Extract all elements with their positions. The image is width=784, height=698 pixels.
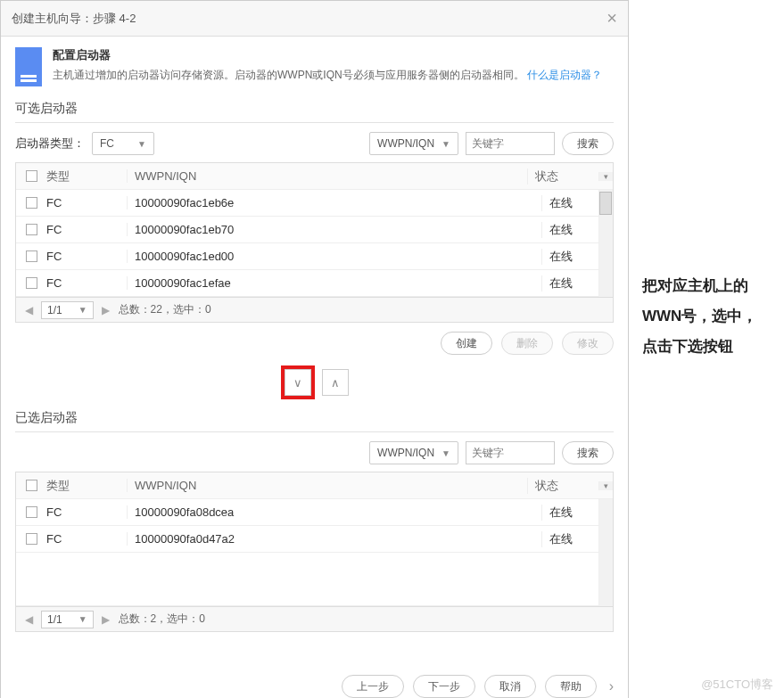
selected-filter-row: WWPN/IQN ▼ 搜索 xyxy=(15,441,614,464)
chevron-down-icon: ▼ xyxy=(137,139,146,149)
page-select[interactable]: 1/1▼ xyxy=(41,611,94,628)
annotation-text: 把对应主机上的 WWN号，选中， 点击下选按钮 xyxy=(642,271,776,362)
table-header: 类型 WWPN/IQN 状态 ▾ xyxy=(16,472,613,499)
chevron-down-icon: ▼ xyxy=(442,139,450,149)
selected-table: 类型 WWPN/IQN 状态 ▾ FC10000090fa08dcea在线 FC… xyxy=(15,472,614,632)
column-settings-icon[interactable]: ▾ xyxy=(598,172,613,181)
search-field-select[interactable]: WWPN/IQN ▼ xyxy=(369,441,458,464)
table-row[interactable]: FC10000090fa0d47a2在线 xyxy=(16,526,613,553)
initiator-type-select[interactable]: FC ▼ xyxy=(92,132,154,155)
available-pager: ◀ 1/1▼ ▶ 总数：22，选中：0 xyxy=(16,297,613,322)
col-status[interactable]: 状态 xyxy=(527,168,598,185)
scrollbar[interactable] xyxy=(598,499,613,606)
search-input[interactable] xyxy=(466,132,555,155)
available-filter-row: 启动器类型： FC ▼ WWPN/IQN ▼ 搜索 xyxy=(15,132,614,155)
wizard-footer: 上一步 下一步 取消 帮助 › xyxy=(1,664,628,698)
table-header: 类型 WWPN/IQN 状态 ▾ xyxy=(16,163,613,190)
pager-total: 总数：2，选中：0 xyxy=(119,612,205,627)
modify-button[interactable]: 修改 xyxy=(562,332,614,355)
divider xyxy=(15,122,614,123)
select-all-checkbox[interactable] xyxy=(26,170,37,182)
row-checkbox[interactable] xyxy=(26,506,37,518)
row-checkbox[interactable] xyxy=(26,277,37,289)
wizard-dialog: 创建主机向导：步骤 4-2 × 配置启动器 主机通过增加的启动器访问存储资源。启… xyxy=(0,0,629,698)
col-status[interactable]: 状态 xyxy=(527,478,598,494)
move-down-button[interactable]: ∨ xyxy=(285,369,311,396)
table-row[interactable]: FC10000090fac1eb70在线 xyxy=(16,217,613,243)
chevron-right-icon[interactable]: › xyxy=(609,678,614,694)
initiator-type-label: 启动器类型： xyxy=(15,135,85,152)
chevron-down-icon: ▼ xyxy=(78,305,87,315)
row-checkbox[interactable] xyxy=(26,533,37,545)
chevron-up-icon: ∧ xyxy=(331,376,340,390)
initiator-type-value: FC xyxy=(100,137,114,150)
table-row[interactable]: FC10000090fa08dcea在线 xyxy=(16,499,613,526)
next-page-icon[interactable]: ▶ xyxy=(99,304,113,316)
table-row[interactable]: FC10000090fac1eb6e在线 xyxy=(16,190,613,217)
col-type[interactable]: 类型 xyxy=(46,478,127,494)
select-all-checkbox[interactable] xyxy=(26,480,37,491)
next-page-icon[interactable]: ▶ xyxy=(99,613,113,626)
selected-table-body: FC10000090fa08dcea在线 FC10000090fa0d47a2在… xyxy=(16,499,613,606)
col-wwpn[interactable]: WWPN/IQN xyxy=(127,479,527,492)
search-button[interactable]: 搜索 xyxy=(562,132,614,155)
row-checkbox[interactable] xyxy=(26,197,37,209)
prev-page-icon[interactable]: ◀ xyxy=(21,304,36,316)
available-table: 类型 WWPN/IQN 状态 ▾ FC10000090fac1eb6e在线 FC… xyxy=(15,162,614,323)
move-buttons: ∨ ∧ xyxy=(15,365,614,399)
available-actions: 创建 删除 修改 xyxy=(15,332,614,355)
row-checkbox[interactable] xyxy=(26,224,37,235)
dialog-titlebar: 创建主机向导：步骤 4-2 × xyxy=(1,1,628,37)
close-icon[interactable]: × xyxy=(607,8,617,29)
next-button[interactable]: 下一步 xyxy=(413,675,475,698)
search-input[interactable] xyxy=(466,441,555,464)
available-table-body: FC10000090fac1eb6e在线 FC10000090fac1eb70在… xyxy=(16,190,613,297)
dialog-title: 创建主机向导：步骤 4-2 xyxy=(12,11,136,27)
move-up-button[interactable]: ∧ xyxy=(322,369,349,396)
selected-section-title: 已选启动器 xyxy=(15,410,614,426)
server-icon xyxy=(15,47,42,86)
page-select[interactable]: 1/1▼ xyxy=(41,301,94,319)
watermark: @51CTO博客 xyxy=(701,677,773,693)
highlight-annotation: ∨ xyxy=(281,365,315,399)
column-settings-icon[interactable]: ▾ xyxy=(598,481,613,490)
table-row[interactable]: FC10000090fac1efae在线 xyxy=(16,270,613,297)
whatis-link[interactable]: 什么是启动器？ xyxy=(527,69,602,81)
header-title: 配置启动器 xyxy=(53,47,602,63)
search-field-value: WWPN/IQN xyxy=(377,137,434,150)
table-row[interactable]: FC10000090fac1ed00在线 xyxy=(16,243,613,270)
pager-total: 总数：22，选中：0 xyxy=(119,302,211,317)
chevron-down-icon: ▼ xyxy=(78,614,87,624)
divider xyxy=(15,431,614,432)
header-desc: 主机通过增加的启动器访问存储资源。启动器的WWPN或IQN号必须与应用服务器侧的… xyxy=(53,69,524,81)
dialog-header: 配置启动器 主机通过增加的启动器访问存储资源。启动器的WWPN或IQN号必须与应… xyxy=(15,47,614,86)
delete-button[interactable]: 删除 xyxy=(501,332,553,355)
scrollbar[interactable] xyxy=(598,190,613,297)
create-button[interactable]: 创建 xyxy=(441,332,492,355)
col-type[interactable]: 类型 xyxy=(46,168,127,185)
chevron-down-icon: ▼ xyxy=(442,448,450,458)
col-wwpn[interactable]: WWPN/IQN xyxy=(127,169,527,183)
available-section-title: 可选启动器 xyxy=(15,101,614,117)
selected-pager: ◀ 1/1▼ ▶ 总数：2，选中：0 xyxy=(16,606,613,631)
cancel-button[interactable]: 取消 xyxy=(484,675,536,698)
row-checkbox[interactable] xyxy=(26,250,37,262)
help-button[interactable]: 帮助 xyxy=(545,675,597,698)
prev-page-icon[interactable]: ◀ xyxy=(21,613,36,626)
search-field-select[interactable]: WWPN/IQN ▼ xyxy=(369,132,458,155)
search-field-value: WWPN/IQN xyxy=(377,447,434,459)
chevron-down-icon: ∨ xyxy=(293,376,302,390)
prev-button[interactable]: 上一步 xyxy=(342,675,404,698)
search-button[interactable]: 搜索 xyxy=(562,441,614,464)
